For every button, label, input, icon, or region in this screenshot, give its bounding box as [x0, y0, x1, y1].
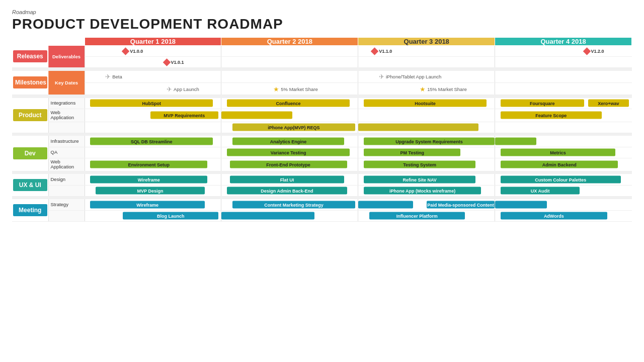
gantt-bar: Xero+wav — [588, 100, 629, 107]
sub-category-label — [48, 185, 85, 196]
gantt-bar: Testing System — [364, 161, 475, 168]
gantt-bar: Blog Launch — [123, 212, 218, 220]
gantt-bar — [495, 201, 547, 209]
gantt-bar: Confluence — [227, 100, 350, 107]
subtitle: Roadmap — [12, 9, 632, 15]
row-dev-2: WebApplicationEnvironment SetupFront-End… — [12, 158, 632, 171]
row-ux-&-ui-1: MVP DesignDesign Admin Back-EndiPhone Ap… — [12, 185, 632, 196]
row-ux-&-ui-0: UX & UIDesignWireframeFlat UIRefine Site… — [12, 174, 632, 185]
gantt-bar: Influencer Platform — [369, 212, 465, 220]
milestones-sub-label: Key Dates — [48, 71, 85, 95]
gantt-bar: Foursquare — [501, 100, 584, 107]
gantt-bar: Front-End Prototype — [230, 161, 347, 168]
row-meeting-1: Blog LaunchInfluencer PlatformAdWords — [12, 210, 632, 221]
row-dev-1: QAVariance TestingPM TestingMetrics — [12, 147, 632, 158]
milestones-row-1: MilestonesKey Dates✈Beta✈iPhone/Tablet A… — [12, 71, 632, 83]
gantt-bar: Wireframe — [90, 176, 207, 184]
gantt-bar: AdWords — [501, 212, 607, 220]
gantt-bar — [495, 138, 536, 145]
gantt-bar: MVP Requirements — [150, 112, 218, 119]
category-label: Milestones — [12, 71, 48, 95]
page-title: PRODUCT DEVELOPMENT ROADMAP — [12, 16, 632, 32]
gantt-bar: Variance Testing — [227, 149, 350, 156]
releases-sub-label: Deliverables — [48, 46, 85, 68]
gantt-bar: Metrics — [501, 149, 615, 156]
sub-category-label: Integrations — [48, 98, 85, 109]
category-label: Dev — [12, 136, 48, 171]
quarter-header-row: Quarter 1 2018 Quarter 2 2018 Quarter 3 … — [12, 38, 632, 46]
sub-category-label: WebApplication — [48, 158, 85, 171]
gantt-bar: Upgrade System Requirements — [364, 138, 495, 145]
sub-category-label: QA — [48, 147, 85, 158]
category-label: UX & UI — [12, 174, 48, 196]
page: Roadmap PRODUCT DEVELOPMENT ROADMAP Quar… — [0, 0, 644, 362]
category-label: Product — [12, 98, 48, 133]
row-product-1: WebApplicationMVP RequirementsFeature Sc… — [12, 109, 632, 122]
gantt-bar: SQL DB Streamline — [90, 138, 213, 145]
gantt-bar — [221, 112, 292, 119]
gantt-bar: iPhone App (Mocks wireframe) — [364, 187, 481, 195]
milestones-row-2: ✈App Launch★5% Market Share★15% Market S… — [12, 83, 632, 95]
gantt-bar: Flat UI — [230, 176, 345, 184]
gantt-bar: Admin Backend — [501, 161, 618, 168]
gantt-bar: Content Marketing Strategy — [232, 201, 355, 209]
row-product-0: ProductIntegrationsHubSpotConfluenceHoot… — [12, 98, 632, 109]
gantt-bar: iPhone App(MVP) REQS — [232, 124, 355, 131]
sub-category-label: WebApplication — [48, 109, 85, 122]
sub-category-label — [48, 210, 85, 221]
gantt-bar: Paid Media-sponsored Content — [427, 201, 495, 209]
gantt-bar: Refine Site NAV — [364, 176, 475, 184]
gantt-bar: Environment Setup — [90, 161, 207, 168]
releases-row-1: ReleasesDeliverablesV1.0.0V1.1.0V1.2.0 — [12, 46, 632, 57]
gantt-bar: HubSpot — [90, 100, 213, 107]
gantt-bar: Analytics Engine — [232, 138, 344, 145]
gantt-bar: Design Admin Back-End — [227, 187, 347, 195]
sub-category-label — [48, 122, 85, 133]
quarter-3-header: Quarter 3 2018 — [358, 38, 495, 46]
gantt-bar: PM Testing — [364, 149, 460, 156]
row-product-2: iPhone App(MVP) REQS — [12, 122, 632, 133]
quarter-2-header: Quarter 2 2018 — [221, 38, 358, 46]
gantt-bar: UX Audit — [501, 187, 580, 195]
category-label: Releases — [12, 46, 48, 68]
row-dev-0: DevInfrastructureSQL DB StreamlineAnalyt… — [12, 136, 632, 147]
gantt-bar — [358, 124, 478, 131]
quarter-1-header: Quarter 1 2018 — [85, 38, 221, 46]
sub-category-label: Infrastructure — [48, 136, 85, 147]
gantt-bar: Wireframe — [90, 201, 205, 209]
gantt-bar: MVP Design — [96, 187, 205, 195]
sub-category-label: Design — [48, 174, 85, 185]
releases-row-2: V1.0.1 — [12, 57, 632, 68]
row-meeting-0: MeetingStrategyWireframeContent Marketin… — [12, 199, 632, 210]
category-label: Meeting — [12, 199, 48, 221]
gantt-bar: Feature Scope — [501, 112, 602, 119]
gantt-bar: Hootsuite — [364, 100, 487, 107]
gantt-bar — [358, 201, 413, 209]
gantt-bar: Custom Colour Palettes — [501, 176, 621, 184]
gantt-bar — [221, 212, 314, 220]
sub-category-label: Strategy — [48, 199, 85, 210]
quarter-4-header: Quarter 4 2018 — [495, 38, 632, 46]
